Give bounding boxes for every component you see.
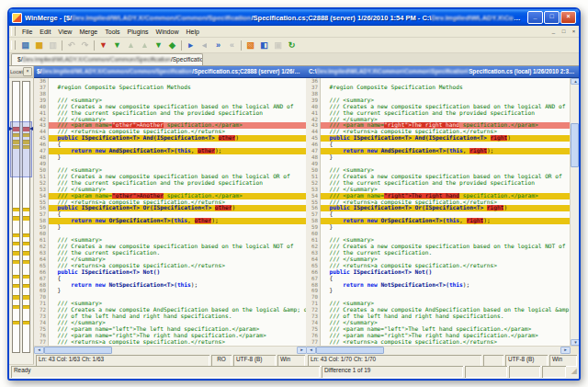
diff-mark[interactable] — [13, 295, 19, 300]
diff-mark[interactable] — [13, 284, 19, 288]
close-button[interactable]: × — [560, 11, 576, 24]
compare-button[interactable]: ◧ — [257, 39, 271, 51]
diff-mark[interactable] — [13, 208, 19, 211]
code-line[interactable]: 51 /// Creates a new composite specifica… — [34, 174, 307, 180]
code-line[interactable]: 65 /// <returns>a composite specificatio… — [34, 263, 307, 269]
diff-mark[interactable] — [23, 216, 29, 221]
code-line[interactable]: 69 } — [306, 288, 570, 294]
code-line[interactable]: 68 return new NotSpecification<T>(this); — [306, 282, 570, 289]
code-line[interactable]: 74 /// </summary> — [306, 320, 570, 326]
open-button[interactable]: ▦ — [32, 39, 46, 51]
code-line[interactable]: 36 — [306, 78, 570, 85]
diff-mark[interactable] — [13, 251, 19, 256]
code-line[interactable]: 50 /// <summary> — [34, 167, 307, 174]
title-bar[interactable]: WinMerge - [$/Dev.Implied/WLADY.X/Common… — [9, 9, 579, 26]
code-line[interactable]: 71 /// <summary> — [34, 301, 307, 307]
code-line[interactable]: 58 return new OrSpecification<T>(this, r… — [306, 218, 570, 224]
code-line[interactable]: 70 — [34, 294, 307, 301]
code-line[interactable]: 55 /// <returns>a composite specificatio… — [306, 199, 570, 206]
code-line[interactable]: 60 — [34, 231, 307, 237]
code-line[interactable]: 43 /// <param name="right">The right han… — [306, 122, 570, 129]
code-line[interactable]: 41 /// the current specification and the… — [306, 110, 570, 117]
menu-edit[interactable]: Edit — [36, 28, 54, 35]
code-line[interactable]: 75 /// <param name="left">The left hand … — [34, 326, 307, 333]
code-line[interactable]: 64 /// </summary> — [34, 256, 307, 263]
code-line[interactable]: 40 /// Creates a new composite specifica… — [34, 104, 307, 110]
code-line[interactable]: 60 — [306, 231, 570, 237]
code-line[interactable]: 75 /// <param name="left">The left hand … — [306, 326, 570, 333]
code-line[interactable]: 58 return new OrSpecification<T>(this, o… — [34, 218, 307, 224]
code-line[interactable]: 69 } — [34, 288, 307, 294]
current-difference-button[interactable]: ▼ — [96, 39, 110, 51]
code-line[interactable]: 76 /// <param name="right">The right han… — [34, 333, 307, 339]
scrollbar-thumb[interactable] — [44, 347, 112, 354]
scrollbar-track[interactable] — [112, 347, 297, 354]
code-line[interactable]: 73 /// of the left hand and right hand s… — [306, 313, 570, 320]
code-line[interactable]: 59 } — [306, 224, 570, 231]
code-line[interactable]: 72 /// Creates a new composite AndSpecif… — [306, 307, 570, 313]
code-line[interactable]: 41 /// the current specification and the… — [34, 110, 307, 117]
right-vertical-scrollbar[interactable]: ▴ ▾ — [570, 78, 579, 346]
right-horizontal-scrollbar[interactable]: ◂ ▸ — [306, 346, 579, 354]
code-line[interactable]: 39 /// <summary> — [34, 97, 307, 104]
resize-grip[interactable]: ◢ — [568, 366, 577, 378]
menu-window[interactable]: Window — [153, 28, 183, 35]
diff-mark[interactable] — [23, 305, 29, 309]
code-line[interactable]: 74 /// </summary> — [34, 320, 307, 326]
code-line[interactable]: 51 /// Creates a new composite specifica… — [306, 174, 570, 180]
diff-mark[interactable] — [13, 321, 19, 324]
code-line[interactable]: 59 } — [34, 224, 307, 231]
code-line[interactable]: 61 /// <summary> — [34, 237, 307, 244]
code-line[interactable]: 64 /// </summary> — [306, 256, 570, 263]
code-line[interactable]: 49 — [306, 161, 570, 167]
maximize-button[interactable]: □ — [544, 11, 560, 24]
location-pane-close-icon[interactable]: × — [23, 67, 32, 76]
code-line[interactable]: 67 { — [34, 276, 307, 282]
minimize-button[interactable]: _ — [527, 11, 543, 24]
code-line[interactable]: 71 /// <summary> — [306, 301, 570, 307]
code-line[interactable]: 39 /// <summary> — [306, 97, 570, 104]
left-code-area[interactable]: 3637 #region Composite Specification Met… — [34, 78, 307, 346]
menu-help[interactable]: Help — [182, 28, 202, 35]
code-line[interactable]: 76 /// <param name="right">The right han… — [306, 333, 570, 339]
diff-mark[interactable] — [23, 233, 29, 237]
location-pane-header[interactable]: Location Pa × — [9, 66, 33, 78]
diff-mark[interactable] — [13, 260, 19, 264]
code-line[interactable]: 62 /// Creates a new composite specifica… — [34, 244, 307, 250]
diff-mark[interactable] — [23, 295, 29, 300]
menu-file[interactable]: File — [18, 28, 36, 35]
code-line[interactable]: 73 /// of the left hand and right hand s… — [34, 313, 307, 320]
diff-mark[interactable] — [13, 275, 19, 279]
code-line[interactable]: 57 { — [34, 211, 307, 218]
code-line[interactable]: 40 /// Creates a new composite specifica… — [306, 104, 570, 110]
new-file-button[interactable]: ▤ — [18, 39, 32, 51]
diff-mark[interactable] — [23, 321, 29, 324]
diff-mark[interactable] — [13, 216, 19, 221]
code-line[interactable]: 54 /// <param name="right">The right han… — [306, 193, 570, 199]
copy-all-right-button[interactable]: » — [211, 39, 225, 51]
code-line[interactable]: 38 — [306, 91, 570, 97]
code-line[interactable]: 44 /// <returns>a composite specificatio… — [34, 129, 307, 135]
scrollbar-thumb[interactable] — [316, 347, 384, 354]
code-line[interactable]: 50 /// <summary> — [306, 167, 570, 174]
code-line[interactable]: 65 /// <returns>a composite specificatio… — [306, 263, 570, 269]
code-line[interactable]: 48 } — [34, 154, 307, 161]
left-file-header[interactable]: $/Dev.Implied/WLADY.X/Common/Common/Spec… — [34, 66, 307, 78]
code-line[interactable]: 46 { — [306, 142, 570, 148]
code-line[interactable]: 63 /// the current specification. — [34, 250, 307, 256]
code-line[interactable]: 46 { — [34, 142, 307, 148]
diff-mark[interactable] — [23, 284, 29, 288]
scroll-left-icon[interactable]: ◂ — [34, 347, 44, 354]
code-line[interactable]: 43 /// <param name="other">Another speci… — [34, 122, 307, 129]
code-line[interactable]: 63 /// the current specification. — [306, 250, 570, 256]
code-line[interactable]: 37 #region Composite Specification Metho… — [34, 85, 307, 91]
menu-merge[interactable]: Merge — [75, 28, 101, 35]
scroll-left-icon[interactable]: ◂ — [306, 347, 316, 354]
code-line[interactable]: 56 public ISpecification<T> Or(ISpecific… — [34, 205, 307, 211]
options-button[interactable]: ▧ — [243, 39, 257, 51]
diff-mark[interactable] — [23, 208, 29, 211]
last-difference-button[interactable]: ▼ — [152, 39, 165, 51]
diff-mark[interactable] — [13, 305, 19, 309]
file-tab[interactable]: $/Dev.Implied/WLADY.X/Common/Common/Spec… — [11, 53, 203, 65]
code-line[interactable]: 77 /// <returns>a composite specificatio… — [306, 339, 570, 346]
